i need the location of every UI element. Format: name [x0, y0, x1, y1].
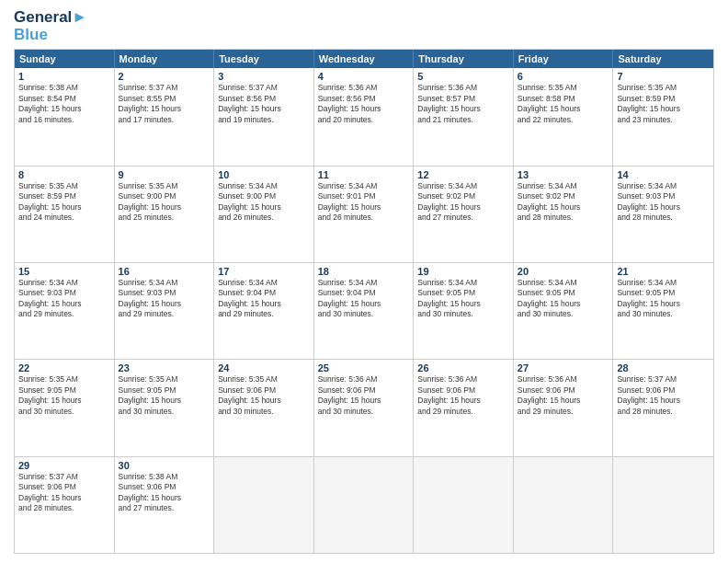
calendar-cell	[314, 457, 415, 553]
day-number: 8	[18, 169, 110, 180]
cell-text: Sunrise: 5:36 AM Sunset: 8:57 PM Dayligh…	[417, 83, 509, 125]
calendar-week: 1Sunrise: 5:38 AM Sunset: 8:54 PM Daylig…	[15, 68, 713, 165]
calendar-cell: 17Sunrise: 5:34 AM Sunset: 9:04 PM Dayli…	[214, 263, 314, 359]
calendar-cell: 21Sunrise: 5:34 AM Sunset: 9:05 PM Dayli…	[613, 263, 713, 359]
day-number: 28	[617, 362, 710, 373]
day-number: 11	[318, 169, 410, 180]
cell-text: Sunrise: 5:37 AM Sunset: 8:55 PM Dayligh…	[119, 83, 210, 125]
calendar-page: General► Blue SundayMondayTuesdayWednesd…	[0, 0, 728, 563]
cell-text: Sunrise: 5:34 AM Sunset: 9:05 PM Dayligh…	[417, 278, 509, 320]
logo-text2: Blue	[14, 27, 87, 44]
calendar-cell: 9Sunrise: 5:35 AM Sunset: 9:00 PM Daylig…	[115, 167, 215, 262]
calendar-cell: 6Sunrise: 5:35 AM Sunset: 8:58 PM Daylig…	[514, 68, 614, 165]
day-number: 6	[518, 71, 609, 82]
cell-text: Sunrise: 5:36 AM Sunset: 9:06 PM Dayligh…	[518, 374, 609, 417]
day-number: 20	[518, 266, 609, 277]
calendar-cell: 28Sunrise: 5:37 AM Sunset: 9:06 PM Dayli…	[613, 360, 713, 455]
calendar-week: 8Sunrise: 5:35 AM Sunset: 8:59 PM Daylig…	[15, 166, 713, 262]
day-number: 21	[617, 266, 710, 277]
calendar-cell: 22Sunrise: 5:35 AM Sunset: 9:05 PM Dayli…	[15, 360, 115, 455]
cell-text: Sunrise: 5:34 AM Sunset: 9:05 PM Dayligh…	[617, 278, 710, 320]
calendar-cell	[514, 457, 614, 553]
day-number: 10	[218, 169, 310, 180]
weekday-header: Saturday	[613, 50, 713, 68]
calendar-cell: 3Sunrise: 5:37 AM Sunset: 8:56 PM Daylig…	[214, 68, 314, 165]
day-number: 7	[617, 71, 710, 82]
day-number: 4	[318, 71, 410, 82]
cell-text: Sunrise: 5:36 AM Sunset: 9:06 PM Dayligh…	[318, 374, 410, 417]
calendar-cell: 8Sunrise: 5:35 AM Sunset: 8:59 PM Daylig…	[15, 167, 115, 262]
cell-text: Sunrise: 5:34 AM Sunset: 9:04 PM Dayligh…	[218, 278, 310, 320]
day-number: 30	[119, 460, 210, 471]
calendar-cell: 16Sunrise: 5:34 AM Sunset: 9:03 PM Dayli…	[115, 263, 215, 359]
calendar-week: 29Sunrise: 5:37 AM Sunset: 9:06 PM Dayli…	[15, 456, 713, 553]
day-number: 24	[218, 362, 310, 373]
calendar-week: 15Sunrise: 5:34 AM Sunset: 9:03 PM Dayli…	[15, 262, 713, 359]
day-number: 9	[119, 169, 210, 180]
cell-text: Sunrise: 5:38 AM Sunset: 9:06 PM Dayligh…	[119, 472, 210, 514]
cell-text: Sunrise: 5:34 AM Sunset: 9:03 PM Dayligh…	[18, 278, 110, 320]
calendar-cell: 18Sunrise: 5:34 AM Sunset: 9:04 PM Dayli…	[314, 263, 415, 359]
calendar-cell: 25Sunrise: 5:36 AM Sunset: 9:06 PM Dayli…	[314, 360, 415, 455]
calendar-cell: 2Sunrise: 5:37 AM Sunset: 8:55 PM Daylig…	[115, 68, 215, 165]
calendar-cell: 19Sunrise: 5:34 AM Sunset: 9:05 PM Dayli…	[414, 263, 514, 359]
calendar-cell: 29Sunrise: 5:37 AM Sunset: 9:06 PM Dayli…	[15, 457, 115, 553]
calendar-cell: 26Sunrise: 5:36 AM Sunset: 9:06 PM Dayli…	[414, 360, 514, 455]
day-number: 27	[518, 362, 609, 373]
cell-text: Sunrise: 5:35 AM Sunset: 8:58 PM Dayligh…	[518, 83, 609, 125]
day-number: 5	[417, 71, 509, 82]
calendar-cell: 1Sunrise: 5:38 AM Sunset: 8:54 PM Daylig…	[15, 68, 115, 165]
calendar-cell	[414, 457, 514, 553]
logo-text: General►	[14, 9, 87, 27]
calendar-cell: 4Sunrise: 5:36 AM Sunset: 8:56 PM Daylig…	[314, 68, 415, 165]
cell-text: Sunrise: 5:37 AM Sunset: 8:56 PM Dayligh…	[218, 83, 310, 125]
cell-text: Sunrise: 5:34 AM Sunset: 9:02 PM Dayligh…	[417, 181, 509, 224]
calendar-cell: 30Sunrise: 5:38 AM Sunset: 9:06 PM Dayli…	[115, 457, 215, 553]
header: General► Blue	[14, 9, 714, 43]
cell-text: Sunrise: 5:38 AM Sunset: 8:54 PM Dayligh…	[18, 83, 110, 125]
calendar-cell	[214, 457, 314, 553]
cell-text: Sunrise: 5:36 AM Sunset: 8:56 PM Dayligh…	[318, 83, 410, 125]
cell-text: Sunrise: 5:37 AM Sunset: 9:06 PM Dayligh…	[617, 374, 710, 417]
calendar-cell: 12Sunrise: 5:34 AM Sunset: 9:02 PM Dayli…	[414, 167, 514, 262]
weekday-header: Tuesday	[214, 50, 314, 68]
weekday-header: Friday	[514, 50, 614, 68]
day-number: 17	[218, 266, 310, 277]
calendar-cell: 7Sunrise: 5:35 AM Sunset: 8:59 PM Daylig…	[613, 68, 713, 165]
day-number: 14	[617, 169, 710, 180]
day-number: 1	[18, 71, 110, 82]
calendar-cell: 15Sunrise: 5:34 AM Sunset: 9:03 PM Dayli…	[15, 263, 115, 359]
logo: General► Blue	[14, 9, 87, 43]
calendar-body: 1Sunrise: 5:38 AM Sunset: 8:54 PM Daylig…	[15, 68, 713, 553]
day-number: 26	[417, 362, 509, 373]
cell-text: Sunrise: 5:35 AM Sunset: 9:05 PM Dayligh…	[18, 374, 110, 417]
cell-text: Sunrise: 5:34 AM Sunset: 9:03 PM Dayligh…	[617, 181, 710, 224]
calendar-cell: 24Sunrise: 5:35 AM Sunset: 9:06 PM Dayli…	[214, 360, 314, 455]
calendar-cell: 11Sunrise: 5:34 AM Sunset: 9:01 PM Dayli…	[314, 167, 415, 262]
cell-text: Sunrise: 5:36 AM Sunset: 9:06 PM Dayligh…	[417, 374, 509, 417]
calendar-cell	[613, 457, 713, 553]
cell-text: Sunrise: 5:34 AM Sunset: 9:02 PM Dayligh…	[518, 181, 609, 224]
day-number: 15	[18, 266, 110, 277]
cell-text: Sunrise: 5:35 AM Sunset: 9:05 PM Dayligh…	[119, 374, 210, 417]
calendar: SundayMondayTuesdayWednesdayThursdayFrid…	[14, 49, 714, 554]
calendar-week: 22Sunrise: 5:35 AM Sunset: 9:05 PM Dayli…	[15, 359, 713, 455]
cell-text: Sunrise: 5:34 AM Sunset: 9:00 PM Dayligh…	[218, 181, 310, 224]
day-number: 29	[18, 460, 110, 471]
cell-text: Sunrise: 5:37 AM Sunset: 9:06 PM Dayligh…	[18, 472, 110, 514]
day-number: 13	[518, 169, 609, 180]
cell-text: Sunrise: 5:35 AM Sunset: 8:59 PM Dayligh…	[18, 181, 110, 224]
weekday-header: Wednesday	[314, 50, 415, 68]
cell-text: Sunrise: 5:35 AM Sunset: 8:59 PM Dayligh…	[617, 83, 710, 125]
cell-text: Sunrise: 5:35 AM Sunset: 9:06 PM Dayligh…	[218, 374, 310, 417]
day-number: 25	[318, 362, 410, 373]
day-number: 22	[18, 362, 110, 373]
calendar-cell: 10Sunrise: 5:34 AM Sunset: 9:00 PM Dayli…	[214, 167, 314, 262]
calendar-cell: 27Sunrise: 5:36 AM Sunset: 9:06 PM Dayli…	[514, 360, 614, 455]
cell-text: Sunrise: 5:34 AM Sunset: 9:03 PM Dayligh…	[119, 278, 210, 320]
day-number: 19	[417, 266, 509, 277]
day-number: 23	[119, 362, 210, 373]
day-number: 16	[119, 266, 210, 277]
cell-text: Sunrise: 5:34 AM Sunset: 9:04 PM Dayligh…	[318, 278, 410, 320]
weekday-header: Thursday	[414, 50, 514, 68]
